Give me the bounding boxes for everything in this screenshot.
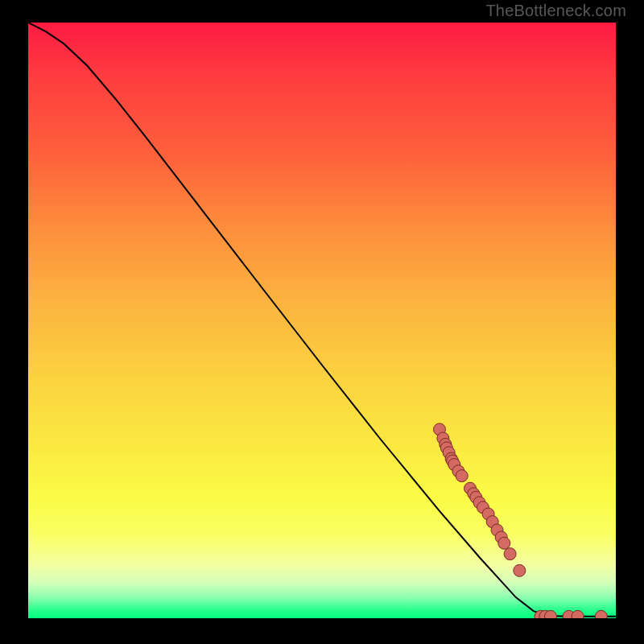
data-point: [514, 564, 526, 576]
data-point: [504, 548, 516, 560]
data-point: [572, 610, 584, 618]
data-point: [498, 537, 510, 549]
attribution-text: TheBottleneck.com: [485, 2, 626, 20]
data-point: [456, 470, 468, 482]
chart-frame: TheBottleneck.com: [0, 0, 644, 644]
data-points-group: [434, 423, 608, 618]
chart-svg: [28, 23, 616, 618]
plot-area: [28, 23, 616, 618]
bottleneck-curve: [28, 23, 616, 617]
data-point: [595, 610, 607, 618]
